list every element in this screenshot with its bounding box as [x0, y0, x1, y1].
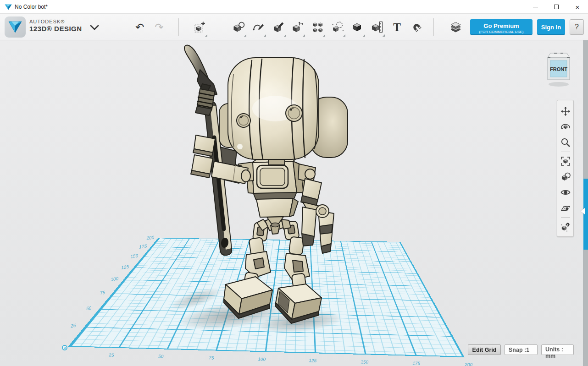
magnifier-icon: [560, 137, 571, 147]
units-setting-field[interactable]: Units : mm: [541, 344, 574, 355]
grid-eye-icon: [560, 203, 571, 213]
material-layers-icon: [449, 21, 462, 33]
eye-icon: [560, 187, 571, 197]
robot-right-arm: [298, 164, 334, 253]
primitives-icon: [233, 21, 245, 33]
123d-logo-icon: [8, 21, 22, 33]
maximize-icon: [554, 5, 559, 9]
tool-construct[interactable]: [269, 16, 288, 38]
titlebar: No Color bot* ×: [0, 0, 588, 14]
close-icon: ×: [576, 3, 580, 11]
tool-combine[interactable]: [348, 16, 366, 38]
view-cube[interactable]: FRONT: [544, 50, 573, 90]
zoom-tool[interactable]: [559, 135, 572, 150]
minimize-icon: [533, 7, 538, 7]
tool-measure[interactable]: [368, 16, 386, 38]
go-premium-button[interactable]: Go Premium (FOR COMMERCIAL USE): [470, 19, 533, 35]
viewcube-front-label: FRONT: [550, 66, 567, 72]
go-premium-sublabel: (FOR COMMERCIAL USE): [470, 30, 533, 34]
fit-icon: [560, 156, 571, 166]
construct-icon: [272, 21, 285, 33]
snap-setting-field[interactable]: Snap :1: [505, 344, 538, 355]
viewport-canvas[interactable]: 2550751001251501752002550751001251501752…: [0, 40, 588, 366]
maximize-button[interactable]: [546, 0, 567, 14]
fit-view-tool[interactable]: [559, 153, 572, 169]
tool-transform[interactable]: [190, 16, 209, 38]
undo-button[interactable]: ↶: [131, 19, 149, 35]
edit-grid-button[interactable]: Edit Grid: [468, 344, 501, 355]
combine-icon: [351, 21, 364, 33]
help-button[interactable]: ?: [570, 19, 584, 35]
toolbar-separator: [178, 18, 179, 36]
robot-right-eye: [286, 105, 302, 121]
visibility-tool[interactable]: [559, 185, 572, 200]
robot-left-eye: [237, 114, 250, 127]
robot-head: [219, 58, 348, 165]
snap-to-object-tool[interactable]: [559, 219, 572, 235]
main-toolbar: AUTODESK® 123D® DESIGN ↶ ↷: [0, 14, 588, 40]
toolbar-separator: [433, 18, 434, 36]
brand-123d-design: 123D® DESIGN: [29, 25, 82, 33]
menu-chevron-icon[interactable]: [90, 25, 99, 30]
orbit-tool[interactable]: [559, 119, 572, 135]
brand-autodesk: AUTODESK®: [29, 19, 82, 25]
measure-icon: [371, 21, 383, 33]
scene-3d: [0, 40, 588, 366]
palette-separator: [561, 152, 570, 152]
orbit-icon: [560, 122, 571, 132]
shading-icon: [560, 172, 571, 182]
tool-sketch[interactable]: [249, 16, 267, 38]
redo-button[interactable]: ↷: [150, 19, 168, 35]
tool-material[interactable]: [446, 16, 465, 38]
app-logo-icon: [5, 4, 12, 10]
sign-in-button[interactable]: Sign In: [537, 19, 565, 35]
panel-expand-arrow-icon[interactable]: [581, 208, 585, 214]
tool-snap[interactable]: [407, 16, 426, 38]
magnet-icon: [410, 21, 423, 33]
robot-model[interactable]: [169, 45, 348, 336]
close-button[interactable]: ×: [567, 0, 588, 14]
robot-left-leg: [224, 222, 272, 318]
minimize-button[interactable]: [525, 0, 546, 14]
snap-magnet-icon: [560, 222, 571, 232]
modify-icon: [291, 21, 304, 33]
brand-text: AUTODESK® 123D® DESIGN: [29, 19, 82, 33]
shaded-view-tool[interactable]: [559, 169, 572, 185]
tool-primitives[interactable]: [229, 16, 248, 38]
tool-text[interactable]: T: [388, 16, 406, 38]
tool-modify[interactable]: [288, 16, 306, 38]
palette-separator: [561, 217, 570, 218]
svg-text:T: T: [393, 21, 401, 33]
viewcube-top-face[interactable]: [548, 53, 570, 58]
go-premium-label: Go Premium: [470, 22, 533, 30]
window-title: No Color bot*: [15, 4, 48, 10]
toolbar-separator: [219, 18, 219, 36]
pan-tool[interactable]: [559, 104, 572, 119]
sketch-icon: [252, 21, 265, 33]
navigation-palette: [557, 100, 574, 237]
grouping-icon: [332, 21, 344, 33]
tool-grouping[interactable]: [328, 16, 347, 38]
workplane-visibility-tool[interactable]: [559, 200, 572, 216]
pan-icon: [560, 106, 571, 116]
tool-pattern[interactable]: [308, 16, 327, 38]
app-menu-logo[interactable]: [5, 16, 26, 38]
text-icon: T: [391, 21, 403, 33]
pattern-icon: [311, 21, 324, 33]
viewcube-shadow: [549, 82, 569, 87]
transform-icon: [194, 21, 206, 33]
